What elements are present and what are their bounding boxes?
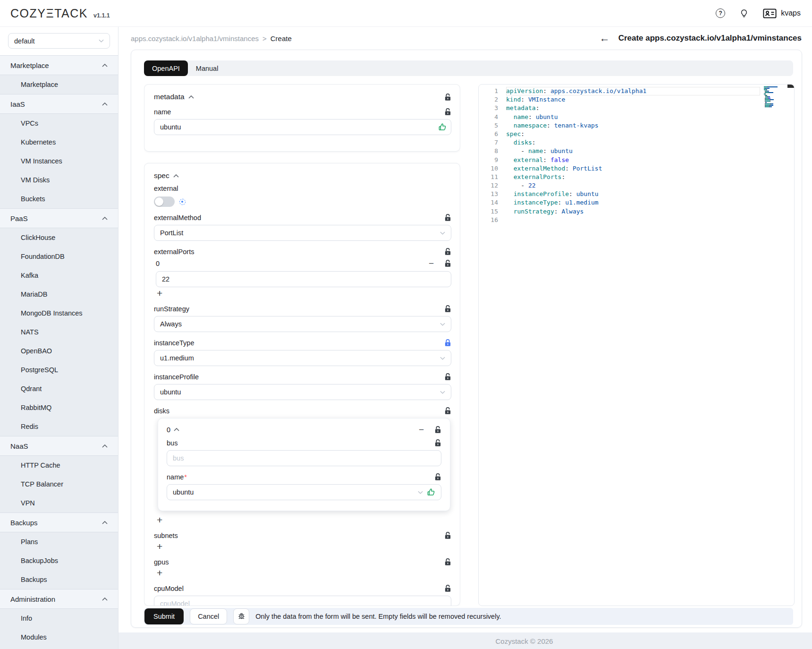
name-input[interactable] — [154, 119, 451, 135]
unlock-icon[interactable] — [444, 531, 451, 539]
port-input[interactable] — [156, 271, 451, 287]
remove-disk-button[interactable]: − — [419, 425, 424, 434]
sidebar-item-postgresql[interactable]: PostgreSQL — [0, 360, 118, 379]
code-line-2: 2kind: VMInstance — [479, 95, 794, 104]
sidebar-item-info[interactable]: Info — [0, 609, 118, 628]
page-topbar: apps.cozystack.io/v1alpha1/vminstances >… — [118, 27, 812, 50]
sidebar-item-redis[interactable]: Redis — [0, 417, 118, 436]
lock-icon[interactable] — [444, 339, 451, 347]
field-disk-name: name* ubuntu — [167, 473, 441, 500]
add-gpu-button[interactable]: + — [157, 568, 167, 578]
code-line-13: 13 instanceProfile: ubuntu — [479, 190, 794, 198]
sidebar-item-backupjobs[interactable]: BackupJobs — [0, 551, 118, 570]
sidebar-item-nats[interactable]: NATS — [0, 323, 118, 342]
external-toggle[interactable] — [154, 196, 175, 207]
unlock-icon[interactable] — [434, 426, 441, 434]
sidebar-item-plans[interactable]: Plans — [0, 532, 118, 551]
bus-input[interactable] — [167, 450, 441, 466]
sidebar-item-backups[interactable]: Backups — [0, 570, 118, 589]
code-line-1: 1apiVersion: apps.cozystack.io/v1alpha1 — [479, 87, 794, 95]
code-line-5: 5 namespace: tenant-kvaps — [479, 121, 794, 130]
sidebar-item-modules[interactable]: Modules — [0, 628, 118, 647]
unlock-icon[interactable] — [444, 248, 451, 256]
breadcrumb-resource-link[interactable]: apps.cozystack.io/v1alpha1/vminstances — [131, 34, 259, 43]
sidebar-item-openbao[interactable]: OpenBAO — [0, 342, 118, 360]
sidebar-item-http-cache[interactable]: HTTP Cache — [0, 456, 118, 475]
sidebar-group-iaas[interactable]: IaaS — [0, 94, 118, 114]
spec-section-toggle[interactable]: spec — [154, 171, 179, 180]
sidebar-item-qdrant[interactable]: Qdrant — [0, 379, 118, 398]
unlock-icon[interactable] — [444, 259, 451, 267]
unlock-icon[interactable] — [444, 407, 451, 415]
runStrategy-select[interactable]: Always — [154, 316, 451, 332]
sidebar-item-tcp-balancer[interactable]: TCP Balancer — [0, 475, 118, 494]
add-disk-button[interactable]: + — [157, 515, 167, 525]
disk-name-label: name* — [167, 473, 187, 481]
cpuModel-label: cpuModel — [154, 585, 184, 592]
logo: COZYΞTACK v1.1.1 — [10, 7, 110, 20]
metadata-section-toggle[interactable]: metadata — [154, 93, 194, 101]
sidebar-item-mariadb[interactable]: MariaDB — [0, 285, 118, 304]
disk-name-select[interactable]: ubuntu — [167, 484, 441, 500]
submit-button[interactable]: Submit — [144, 608, 184, 624]
sidebar-item-vm-instances[interactable]: VM Instances — [0, 152, 118, 171]
add-port-button[interactable]: + — [157, 288, 167, 298]
disk-item-toggle[interactable]: 0 — [167, 426, 179, 434]
sidebar-item-foundationdb[interactable]: FoundationDB — [0, 247, 118, 266]
unlock-icon[interactable] — [444, 373, 451, 381]
sidebar-item-clickhouse[interactable]: ClickHouse — [0, 228, 118, 247]
sidebar-group-administration[interactable]: Administration — [0, 589, 118, 609]
sidebar-item-vpcs[interactable]: VPCs — [0, 114, 118, 133]
yaml-editor[interactable]: 1apiVersion: apps.cozystack.io/v1alpha12… — [478, 84, 795, 606]
instanceType-select[interactable]: u1.medium — [154, 350, 451, 366]
help-button[interactable]: ? — [716, 9, 725, 18]
top-header: COZYΞTACK v1.1.1 ? kvaps — [0, 0, 812, 27]
submit-bar: Submit Cancel Only the data from the for… — [144, 608, 793, 625]
cpuModel-input[interactable] — [154, 596, 451, 606]
unlock-icon[interactable] — [434, 439, 441, 447]
collapse-caret-icon — [174, 428, 179, 431]
tab-openapi[interactable]: OpenAPI — [144, 60, 188, 76]
unlock-icon[interactable] — [434, 473, 441, 481]
instanceType-label: instanceType — [154, 339, 194, 347]
sidebar-group-marketplace[interactable]: Marketplace — [0, 55, 118, 75]
sidebar-group-backups[interactable]: Backups — [0, 512, 118, 532]
sidebar-item-vm-disks[interactable]: VM Disks — [0, 171, 118, 189]
editor-minimap[interactable] — [764, 86, 787, 109]
remove-port-button[interactable]: − — [429, 259, 434, 268]
lightbulb-icon — [739, 9, 749, 18]
theme-toggle-button[interactable] — [739, 9, 749, 18]
unlock-icon[interactable] — [444, 93, 451, 101]
debug-button[interactable] — [233, 608, 249, 624]
sidebar-item-mongodb-instances[interactable]: MongoDB Instances — [0, 304, 118, 323]
instanceProfile-label: instanceProfile — [154, 373, 199, 381]
back-arrow-icon[interactable]: ← — [600, 33, 610, 43]
editor-scrollbar-thumb[interactable] — [787, 85, 794, 88]
namespace-select[interactable]: default — [8, 33, 110, 49]
sidebar-group-naas[interactable]: NaaS — [0, 436, 118, 456]
sidebar-item-marketplace[interactable]: Marketplace — [0, 75, 118, 94]
instanceProfile-select[interactable]: ubuntu — [154, 384, 451, 400]
unlock-icon[interactable] — [444, 108, 451, 116]
cancel-button[interactable]: Cancel — [190, 608, 227, 624]
collapse-caret-icon — [188, 95, 194, 99]
sidebar-top: default — [0, 27, 118, 55]
unlock-icon[interactable] — [444, 305, 451, 313]
sidebar-item-rabbitmq[interactable]: RabbitMQ — [0, 398, 118, 417]
add-subnet-button[interactable]: + — [157, 541, 167, 551]
unlock-icon[interactable] — [444, 213, 451, 222]
unlock-icon[interactable] — [444, 584, 451, 592]
sidebar-group-paas[interactable]: PaaS — [0, 208, 118, 228]
sidebar-item-kafka[interactable]: Kafka — [0, 266, 118, 285]
user-menu[interactable]: kvaps — [763, 9, 801, 18]
breadcrumb-separator: > — [262, 34, 267, 43]
sidebar-item-kubernetes[interactable]: Kubernetes — [0, 133, 118, 152]
minimap-line — [764, 103, 787, 104]
code-line-11: 11 externalPorts: — [479, 173, 794, 181]
code-line-15: 15 runStrategy: Always — [479, 207, 794, 216]
sidebar-item-buckets[interactable]: Buckets — [0, 189, 118, 208]
sidebar-item-vpn[interactable]: VPN — [0, 494, 118, 512]
externalMethod-select[interactable]: PortList — [154, 225, 451, 241]
tab-manual[interactable]: Manual — [188, 60, 227, 76]
unlock-icon[interactable] — [444, 558, 451, 566]
